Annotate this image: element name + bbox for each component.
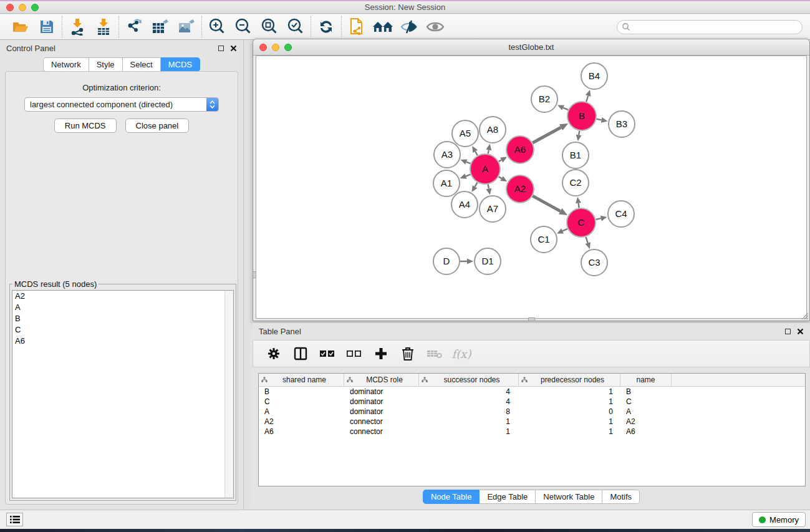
graph-edge-C-C1[interactable] (562, 229, 567, 231)
delete-table-button[interactable] (425, 344, 444, 363)
graph-edge-B-B4[interactable] (586, 95, 588, 102)
table-row[interactable]: A6connector11A6 (259, 427, 805, 437)
search-input[interactable] (630, 21, 802, 32)
import-table-button[interactable] (90, 16, 117, 37)
function-builder-button[interactable]: f(x) (452, 344, 471, 363)
graph-node-label-A7: A7 (487, 203, 498, 214)
save-session-button[interactable] (34, 16, 60, 37)
import-network-button[interactable] (64, 16, 90, 37)
mcds-result-item[interactable]: C (12, 324, 233, 336)
maximize-network-button[interactable] (284, 44, 292, 51)
resize-grip-icon[interactable] (801, 312, 809, 320)
network-from-file-button[interactable] (344, 16, 370, 37)
memory-label: Memory (769, 515, 799, 525)
graph-edge-B-B1[interactable] (579, 131, 579, 135)
graph-edge-A-A3[interactable] (466, 162, 471, 164)
float-table-panel-icon[interactable] (785, 329, 791, 334)
table-settings-button[interactable] (264, 344, 283, 363)
float-panel-icon[interactable] (218, 46, 224, 51)
add-column-button[interactable] (372, 344, 390, 363)
minimize-network-button[interactable] (272, 44, 279, 51)
zoom-in-button[interactable] (204, 16, 230, 37)
graph-edge-A6-B[interactable] (533, 127, 561, 143)
close-panel-icon[interactable] (230, 45, 237, 52)
zoom-out-button[interactable] (230, 16, 256, 37)
graph-edge-C-C4[interactable] (595, 218, 600, 220)
bottom-edge-handle[interactable] (528, 317, 535, 321)
table-cell: A2 (259, 417, 344, 427)
graph-edge-A-A5[interactable] (475, 152, 478, 155)
delete-column-button[interactable] (398, 344, 417, 363)
maximize-window-button[interactable] (31, 4, 39, 11)
zoom-selected-button[interactable] (282, 16, 309, 37)
column-header-MCDS-role[interactable]: MCDS role (344, 374, 419, 386)
network-from-file-icon (349, 17, 365, 36)
column-header-shared-name[interactable]: shared name (259, 374, 344, 386)
close-window-button[interactable] (6, 4, 14, 11)
table-row[interactable]: Bdominator41B (259, 387, 805, 397)
export-network-button[interactable] (121, 16, 147, 37)
table-cell: 4 (419, 387, 519, 397)
network-canvas[interactable]: B4B2BB3A5A8A6A3AB1A1A2C2A4A7C4CC1C3DD1 (256, 56, 807, 319)
network-window-titlebar[interactable]: testGlobe.txt (253, 39, 809, 56)
mcds-result-item[interactable]: B (12, 313, 233, 324)
close-table-panel-icon[interactable] (797, 328, 804, 335)
tab-node-table[interactable]: Node Table (423, 490, 480, 504)
search-field[interactable] (617, 20, 803, 34)
table-row[interactable]: Cdominator41C (259, 397, 805, 407)
graph-edge-A-A7[interactable] (488, 185, 489, 189)
window-controls (6, 4, 39, 11)
graph-edge-A-A2[interactable] (499, 177, 502, 178)
export-image-button[interactable] (173, 16, 200, 37)
graph-edge-C-C2[interactable] (579, 203, 579, 208)
control-panel: Control Panel NetworkStyleSelectMCDS Opt… (0, 40, 244, 510)
task-history-button[interactable] (6, 513, 23, 526)
mcds-result-list[interactable]: A2ABCA6 (12, 290, 234, 498)
graph-edge-B-B3[interactable] (597, 119, 602, 120)
run-mcds-button[interactable]: Run MCDS (54, 118, 117, 133)
column-header-successor-nodes[interactable]: successor nodes (419, 374, 519, 386)
graph-edge-B-B2[interactable] (563, 108, 568, 110)
tab-motifs[interactable]: Motifs (602, 490, 640, 504)
show-eye-button[interactable] (422, 16, 448, 37)
mcds-result-item[interactable]: A (12, 302, 233, 313)
graph-edge-C-C3[interactable] (586, 237, 587, 243)
column-header-predecessor-nodes[interactable]: predecessor nodes (519, 374, 620, 386)
edge-arrowhead-icon (601, 117, 608, 123)
tab-select[interactable]: Select (123, 57, 161, 72)
left-edge-handle[interactable] (253, 271, 256, 278)
home-button[interactable] (370, 16, 396, 37)
close-panel-button[interactable]: Close panel (125, 118, 190, 133)
tab-style[interactable]: Style (89, 57, 123, 72)
table-row[interactable]: A2connector11A2 (259, 417, 805, 427)
tab-network-table[interactable]: Network Table (536, 490, 602, 504)
criterion-dropdown[interactable]: largest connected component (directed) (24, 97, 219, 112)
deselect-all-button[interactable] (345, 344, 364, 363)
node-table[interactable]: shared nameMCDS rolesuccessor nodesprede… (258, 373, 806, 486)
memory-button[interactable]: Memory (752, 512, 806, 527)
select-all-button[interactable] (318, 344, 337, 363)
table-cell: 0 (519, 407, 620, 417)
graph-edge-A-A4[interactable] (475, 183, 478, 187)
graph-edge-A-A6[interactable] (499, 160, 501, 161)
close-network-button[interactable] (259, 44, 267, 51)
mcds-list-scrollbar[interactable] (224, 291, 233, 498)
open-folder-button[interactable] (7, 16, 34, 37)
mcds-result-item[interactable]: A2 (12, 291, 233, 302)
graph-edge-A2-C[interactable] (533, 196, 561, 211)
column-header-name[interactable]: name (620, 374, 672, 386)
graph-node-label-A5: A5 (460, 128, 471, 138)
column-layout-button[interactable] (291, 344, 310, 363)
tab-network[interactable]: Network (43, 57, 89, 72)
graph-edge-A-A1[interactable] (466, 175, 471, 177)
graph-edge-A-A8[interactable] (488, 150, 489, 153)
zoom-fit-button[interactable] (256, 16, 282, 37)
minimize-window-button[interactable] (19, 4, 26, 11)
export-table-button[interactable] (147, 16, 173, 37)
hide-graphics-details-button[interactable] (396, 16, 422, 37)
tab-mcds[interactable]: MCDS (161, 57, 200, 72)
mcds-result-item[interactable]: A6 (12, 336, 233, 347)
table-row[interactable]: Adominator80A (259, 407, 805, 417)
tab-edge-table[interactable]: Edge Table (480, 490, 536, 504)
refresh-layout-button[interactable] (313, 16, 339, 37)
